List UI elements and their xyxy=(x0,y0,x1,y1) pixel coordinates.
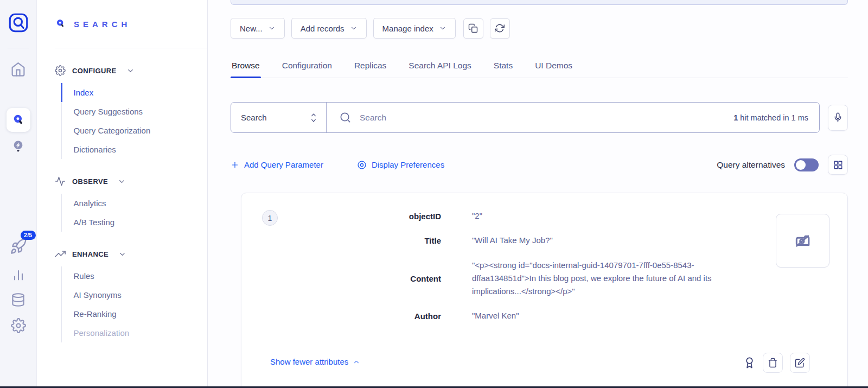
index-tabs: BrowseConfigurationReplicasSearch API Lo… xyxy=(231,58,848,78)
search-box: Search 1 hit matched in 1 ms xyxy=(231,102,820,133)
sidebar: SEARCH CONFIGUREIndexQuery SuggestionsQu… xyxy=(37,0,208,388)
algolia-logo[interactable] xyxy=(7,11,30,34)
rocket-icon xyxy=(10,238,27,255)
sidebar-section-header-observe[interactable]: OBSERVE xyxy=(37,176,207,187)
sidebar-item-query-suggestions[interactable]: Query Suggestions xyxy=(61,102,208,121)
lightbulb-icon[interactable] xyxy=(11,139,25,154)
bar-chart-icon[interactable] xyxy=(11,267,26,282)
tab-replicas[interactable]: Replicas xyxy=(353,58,387,78)
database-icon[interactable] xyxy=(11,292,25,307)
sidebar-section-header-configure[interactable]: CONFIGURE xyxy=(37,65,207,76)
hit-field-label: Author xyxy=(241,311,441,321)
section-label: CONFIGURE xyxy=(72,67,117,75)
chevron-up-down-icon xyxy=(309,112,318,124)
plus-icon xyxy=(231,161,239,169)
sidebar-section-header-enhance[interactable]: ENHANCE xyxy=(37,249,207,259)
grid-icon xyxy=(833,160,843,170)
sidebar-section-enhance: ENHANCERulesAI SynonymsRe-RankingPersona… xyxy=(37,249,207,342)
query-controls-row: Add Query Parameter Display Preferences … xyxy=(231,155,848,175)
sidebar-item-dictionaries[interactable]: Dictionaries xyxy=(61,140,208,159)
search-mode-select[interactable]: Search xyxy=(231,103,327,132)
chevron-down-icon xyxy=(118,250,126,258)
show-fewer-attributes-link[interactable]: Show fewer attributes xyxy=(270,357,360,366)
hit-image-placeholder xyxy=(776,214,829,268)
rail-item-upgrade[interactable]: 2/5 xyxy=(10,238,27,255)
index-banner-cutoff xyxy=(231,0,848,5)
chevron-down-icon xyxy=(126,67,135,75)
search-row: Search 1 hit matched in 1 ms xyxy=(231,102,848,133)
add-records-button[interactable]: Add records xyxy=(291,18,367,39)
hit-actions xyxy=(743,353,810,373)
query-right-controls: Query alternatives xyxy=(717,155,848,175)
query-alternatives-toggle[interactable] xyxy=(794,158,819,171)
hit-field-row-objectid: objectID"2" xyxy=(241,209,847,222)
query-alternatives-label: Query alternatives xyxy=(717,160,785,170)
sidebar-item-re-ranking[interactable]: Re-Ranking xyxy=(61,304,208,323)
hit-stats: 1 hit matched in 1 ms xyxy=(733,113,808,122)
rail-item-search-active[interactable] xyxy=(7,108,30,132)
gear-icon[interactable] xyxy=(11,318,26,333)
sidebar-item-personalization[interactable]: Personalization xyxy=(61,323,208,342)
layout-grid-button[interactable] xyxy=(828,155,848,175)
sidebar-items: IndexQuery SuggestionsQuery Categorizati… xyxy=(61,83,207,159)
sidebar-items: AnalyticsA/B Testing xyxy=(61,194,207,232)
sidebar-item-ai-synonyms[interactable]: AI Synonyms xyxy=(61,285,208,304)
microphone-icon xyxy=(833,112,843,123)
product-title: SEARCH xyxy=(74,20,131,29)
hit-field-value: "Will AI Take My Job?" xyxy=(472,234,758,247)
tab-ui-demos[interactable]: UI Demos xyxy=(534,58,573,78)
copy-icon xyxy=(468,23,478,33)
search-icon xyxy=(11,113,25,127)
copy-index-button[interactable] xyxy=(463,18,483,39)
edit-icon xyxy=(795,358,805,368)
search-product-icon xyxy=(55,18,67,30)
promote-hit-button[interactable] xyxy=(743,357,756,369)
gear-icon xyxy=(55,65,66,76)
tab-browse[interactable]: Browse xyxy=(231,58,261,78)
search-icon xyxy=(339,111,352,124)
sidebar-items: RulesAI SynonymsRe-RankingPersonalizatio… xyxy=(61,266,207,342)
sidebar-item-query-categorization[interactable]: Query Categorization xyxy=(61,121,208,140)
sidebar-item-a-b-testing[interactable]: A/B Testing xyxy=(61,213,208,232)
hit-field-label: Content xyxy=(241,274,441,283)
tab-configuration[interactable]: Configuration xyxy=(281,58,333,78)
chevron-down-icon xyxy=(350,24,358,32)
sidebar-item-rules[interactable]: Rules xyxy=(61,266,208,285)
icon-rail: 2/5 xyxy=(0,0,37,388)
hit-field-value: "2" xyxy=(472,209,758,222)
home-icon[interactable] xyxy=(10,61,26,77)
tab-stats[interactable]: Stats xyxy=(493,58,514,78)
sidebar-item-analytics[interactable]: Analytics xyxy=(61,194,208,213)
edit-hit-button[interactable] xyxy=(790,353,810,373)
sidebar-section-configure: CONFIGUREIndexQuery SuggestionsQuery Cat… xyxy=(37,65,207,159)
sidebar-item-index[interactable]: Index xyxy=(61,83,208,102)
voice-search-button[interactable] xyxy=(828,105,848,131)
hit-field-value: "Marvel Ken" xyxy=(472,309,758,322)
trending-up-icon xyxy=(55,249,66,259)
award-icon xyxy=(743,357,756,369)
search-mode-value: Search xyxy=(241,113,267,122)
refresh-icon xyxy=(495,23,505,33)
manage-index-button[interactable]: Manage index xyxy=(373,18,456,39)
camera-off-icon xyxy=(792,230,814,252)
hit-field-row-title: Title"Will AI Take My Job?" xyxy=(241,234,847,247)
refresh-button[interactable] xyxy=(490,18,510,39)
chevron-down-icon xyxy=(268,24,276,32)
search-input-wrap: 1 hit matched in 1 ms xyxy=(327,103,819,132)
new-button[interactable]: New... xyxy=(231,18,285,39)
add-query-parameter-link[interactable]: Add Query Parameter xyxy=(231,160,323,169)
search-input[interactable] xyxy=(360,113,725,123)
hit-card: 1 objectID"2"Title"Will AI Take My Job?"… xyxy=(241,193,848,388)
hit-field-label: objectID xyxy=(241,212,441,221)
hit-field-row-author: Author"Marvel Ken" xyxy=(241,309,847,322)
tab-search-api-logs[interactable]: Search API Logs xyxy=(407,58,472,78)
display-preferences-link[interactable]: Display Preferences xyxy=(357,160,444,170)
rail-divider xyxy=(8,48,29,48)
chevron-down-icon xyxy=(118,177,126,186)
hit-field-label: Title xyxy=(241,236,441,245)
eye-icon xyxy=(357,160,367,170)
usage-badge: 2/5 xyxy=(21,231,36,240)
sidebar-section-observe: OBSERVEAnalyticsA/B Testing xyxy=(37,176,207,232)
delete-hit-button[interactable] xyxy=(763,353,783,373)
hit-field-row-content: Content"<p><strong id="docs-internal-gui… xyxy=(241,259,847,298)
